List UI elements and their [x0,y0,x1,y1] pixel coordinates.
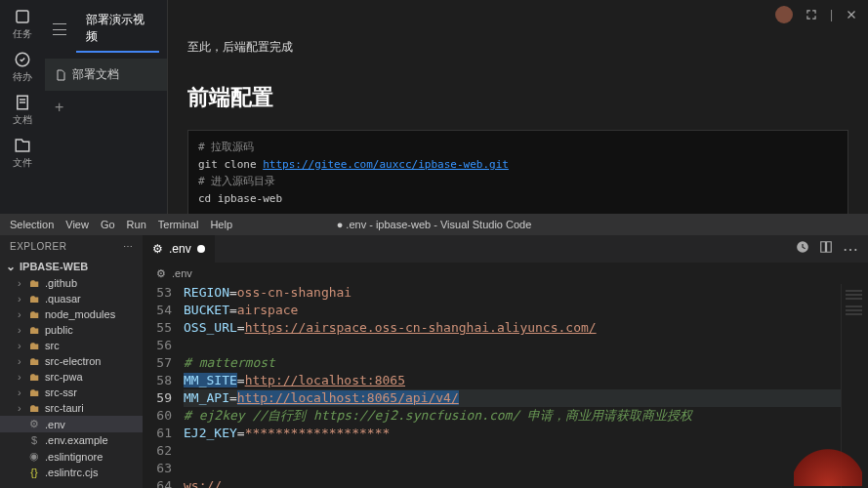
code-lines[interactable]: REGION=oss-cn-shanghaiBUCKET=airspaceOSS… [184,284,841,488]
wait-icon [14,51,31,68]
file-icon: ◉ [27,450,41,463]
doc-item[interactable]: 部署文档 [45,59,167,91]
code-comment: # 拉取源码 [198,139,838,156]
project-root[interactable]: IPBASE-WEB [0,258,143,275]
close-icon[interactable] [845,8,858,21]
folder-icon: 🖿 [27,277,41,289]
activity-doc[interactable]: 文档 [3,94,42,127]
tree-item-.env.example[interactable]: $.env.example [0,432,143,448]
menu-go[interactable]: Go [97,219,119,230]
done-text: 至此，后端配置完成 [187,39,848,56]
menu-view[interactable]: View [62,219,93,230]
vscode-window: SelectionViewGoRunTerminalHelp ● .env - … [0,214,868,488]
more-icon[interactable]: ⋯ [843,240,858,259]
file-tree: ›🖿.github›🖿.quasar›🖿node_modules›🖿public… [0,275,143,480]
activity-task[interactable]: 任务 [3,8,42,41]
history-icon[interactable] [796,240,809,254]
tree-item-.env[interactable]: ⚙.env [0,416,143,432]
doc-list-sidebar: 部署演示视频 部署文档 + [45,0,168,214]
file-icon: {} [27,467,41,478]
file-icon: ⚙ [27,418,41,430]
gear-icon: ⚙ [156,267,166,280]
menu-selection[interactable]: Selection [6,219,58,230]
file-icon [14,137,31,154]
folder-icon: 🖿 [27,308,41,320]
folder-icon: 🖿 [27,402,41,414]
file-icon: $ [27,434,41,446]
breadcrumb[interactable]: ⚙ .env [143,263,868,284]
vscode-sidebar: EXPLORER ⋯ IPBASE-WEB ›🖿.github›🖿.quasar… [0,235,143,488]
line-gutter: 53545556575859606162636465 [143,284,184,488]
window-title: ● .env - ipbase-web - Visual Studio Code [337,219,532,230]
folder-icon: 🖿 [27,293,41,305]
code-editor[interactable]: 53545556575859606162636465 REGION=oss-cn… [143,284,868,488]
tree-item-node_modules[interactable]: ›🖿node_modules [0,306,143,322]
add-doc-button[interactable]: + [45,91,167,124]
hamburger-icon[interactable] [53,23,66,35]
editor-area: ⚙ .env ⋯ ⚙ .env 535455565758596061626364… [143,235,868,488]
explorer-label: EXPLORER [10,241,66,252]
doc-icon [14,94,31,111]
doc-tab[interactable]: 部署演示视频 [76,6,159,53]
tree-item-public[interactable]: ›🖿public [0,322,143,338]
crumb-label: .env [172,267,192,279]
folder-icon: 🖿 [27,324,41,336]
folder-icon: 🖿 [27,386,41,398]
tree-item-src[interactable]: ›🖿src [0,338,143,353]
menu-help[interactable]: Help [206,219,236,230]
title-bar: SelectionViewGoRunTerminalHelp ● .env - … [0,214,868,235]
folder-icon: 🖿 [27,371,41,383]
task-icon [14,8,31,25]
gear-icon: ⚙ [152,242,163,256]
file-icon [55,69,66,81]
code-text: git clone [198,158,263,171]
folder-icon: 🖿 [27,355,41,367]
activity-bar: 任务待办文档文件 [0,0,45,214]
activity-file[interactable]: 文件 [3,137,42,170]
folder-icon: 🖿 [27,340,41,351]
tree-item-.quasar[interactable]: ›🖿.quasar [0,291,143,306]
avatar[interactable] [775,6,793,23]
activity-wait[interactable]: 待办 [3,51,42,84]
tree-item-src-tauri[interactable]: ›🖿src-tauri [0,400,143,416]
doc-item-label: 部署文档 [72,66,119,83]
menu-terminal[interactable]: Terminal [154,219,203,230]
svg-rect-0 [17,11,28,22]
tree-item-src-pwa[interactable]: ›🖿src-pwa [0,369,143,385]
doc-content-area: | 至此，后端配置完成 前端配置 # 拉取源码 git clone https:… [168,0,868,214]
code-text: cd ipbase-web [198,190,838,208]
code-block: # 拉取源码 git clone https://gitee.com/auxcc… [187,130,848,214]
more-icon[interactable]: ⋯ [123,241,134,252]
tree-item-.eslintignore[interactable]: ◉.eslintignore [0,448,143,465]
menu-bar: SelectionViewGoRunTerminalHelp [0,219,236,230]
tree-item-.github[interactable]: ›🖿.github [0,275,143,291]
dirty-dot-icon [197,245,205,253]
menu-run[interactable]: Run [123,219,150,230]
code-link[interactable]: https://gitee.com/auxcc/ipbase-web.git [263,158,509,171]
tree-item-.eslintrc.cjs[interactable]: {}.eslintrc.cjs [0,465,143,480]
divider: | [830,8,833,21]
tree-item-src-ssr[interactable]: ›🖿src-ssr [0,385,143,400]
tree-item-src-electron[interactable]: ›🖿src-electron [0,353,143,369]
editor-tab[interactable]: ⚙ .env [143,235,216,263]
code-comment: # 进入源码目录 [198,173,838,190]
section-title: 前端配置 [187,83,848,112]
tab-label: .env [169,242,191,256]
tab-bar: ⚙ .env ⋯ [143,235,868,263]
watermark [794,447,862,486]
expand-icon[interactable] [805,8,818,21]
split-icon[interactable] [819,240,833,254]
